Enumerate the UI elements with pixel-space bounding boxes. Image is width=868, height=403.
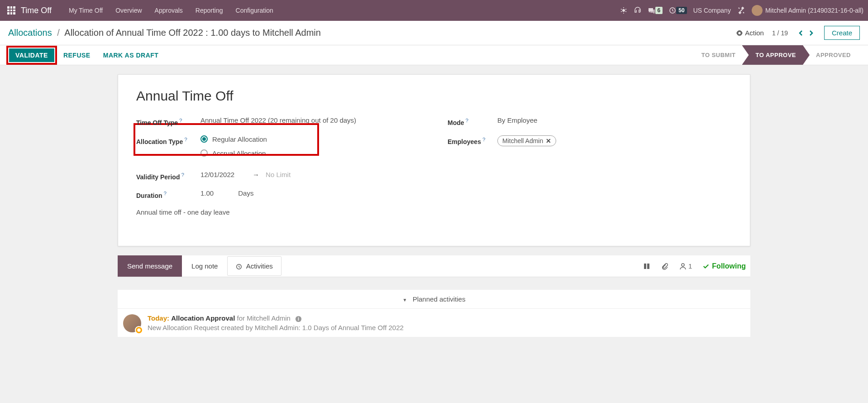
form-title: Annual Time Off bbox=[136, 88, 732, 104]
action-menu[interactable]: Action bbox=[736, 29, 764, 37]
mark-as-draft-button[interactable]: MARK AS DRAFT bbox=[97, 48, 165, 62]
pager-prev-button[interactable] bbox=[796, 26, 806, 39]
button-row: VALIDATE REFUSE MARK AS DRAFT TO SUBMIT … bbox=[0, 45, 868, 65]
validity-to-value[interactable]: No Limit bbox=[266, 171, 291, 178]
chevron-left-icon bbox=[799, 30, 803, 36]
help-icon[interactable]: ? bbox=[164, 190, 167, 196]
refuse-button[interactable]: REFUSE bbox=[57, 48, 97, 62]
help-icon[interactable]: ? bbox=[184, 136, 187, 142]
nav-overview[interactable]: Overview bbox=[109, 7, 148, 14]
chatter-tabs: Send message Log note Activities 1 Follo… bbox=[118, 255, 750, 277]
activity-title[interactable]: Allocation Approval bbox=[171, 314, 235, 322]
validate-button[interactable]: VALIDATE bbox=[9, 48, 54, 62]
status-bar: TO SUBMIT TO APPROVE APPROVED bbox=[691, 45, 862, 65]
user-avatar bbox=[752, 5, 763, 16]
attachment-icon[interactable] bbox=[661, 263, 668, 270]
status-to-submit[interactable]: TO SUBMIT bbox=[691, 45, 747, 65]
nav-my-time-off[interactable]: My Time Off bbox=[62, 7, 109, 14]
app-name[interactable]: Time Off bbox=[21, 6, 52, 15]
breadcrumb: Allocations / Allocation of Annual Time … bbox=[8, 28, 321, 38]
breadcrumb-root[interactable]: Allocations bbox=[8, 28, 52, 38]
allocation-type-label: Allocation Type? bbox=[136, 135, 200, 145]
messages-count: 6 bbox=[655, 7, 663, 14]
clock-icon bbox=[236, 264, 242, 270]
highlight-validate: VALIDATE bbox=[6, 46, 57, 65]
form-sheet: Annual Time Off Time Off Type? Annual Ti… bbox=[118, 74, 750, 246]
clock-count: 50 bbox=[676, 7, 687, 14]
pager-text[interactable]: 1 / 19 bbox=[772, 29, 788, 37]
activity-summary: New Allocation Request created by Mitche… bbox=[148, 324, 732, 331]
create-button[interactable]: Create bbox=[824, 26, 860, 40]
mode-label: Mode? bbox=[448, 116, 497, 126]
breadcrumb-bar: Allocations / Allocation of Annual Time … bbox=[0, 21, 868, 45]
breadcrumb-separator: / bbox=[57, 28, 60, 38]
following-button[interactable]: Following bbox=[703, 262, 746, 270]
svg-point-3 bbox=[682, 264, 684, 266]
book-icon[interactable] bbox=[643, 263, 650, 270]
description-text[interactable]: Annual time off - one day leave bbox=[136, 208, 420, 216]
svg-point-4 bbox=[137, 328, 141, 332]
svg-point-0 bbox=[622, 9, 625, 12]
svg-text:i: i bbox=[298, 317, 299, 321]
help-icon[interactable]: ? bbox=[466, 117, 468, 123]
send-message-tab[interactable]: Send message bbox=[118, 255, 182, 277]
pager-next-button[interactable] bbox=[806, 26, 816, 39]
user-icon bbox=[679, 263, 687, 270]
clock-icon[interactable]: 50 bbox=[669, 7, 687, 14]
chevron-right-icon bbox=[809, 30, 813, 36]
tools-icon[interactable] bbox=[737, 6, 745, 14]
activity-avatar[interactable] bbox=[123, 314, 141, 332]
status-approved[interactable]: APPROVED bbox=[805, 45, 862, 65]
bug-icon[interactable] bbox=[620, 7, 627, 14]
time-off-type-label: Time Off Type? bbox=[136, 116, 200, 126]
right-column: Mode? By Employee Employees? Mitchell Ad… bbox=[448, 116, 732, 216]
activity-type-icon bbox=[135, 326, 143, 334]
activity-assignee: for Mitchell Admin bbox=[237, 314, 291, 322]
planned-activities-toggle[interactable]: Planned activities bbox=[118, 290, 750, 309]
nav-reporting[interactable]: Reporting bbox=[189, 7, 229, 14]
info-icon[interactable]: i bbox=[295, 314, 302, 322]
duration-unit: Days bbox=[238, 189, 253, 197]
log-note-tab[interactable]: Log note bbox=[182, 255, 227, 277]
activity-due: Today: bbox=[148, 314, 169, 322]
company-switcher[interactable]: US Company bbox=[693, 7, 731, 14]
followers-button[interactable]: 1 bbox=[679, 262, 692, 270]
validity-period-label: Validity Period? bbox=[136, 171, 200, 181]
activity-item: Today: Allocation Approval for Mitchell … bbox=[118, 309, 750, 337]
employees-label: Employees? bbox=[448, 135, 497, 145]
help-icon[interactable]: ? bbox=[179, 117, 182, 123]
top-navbar: Time Off My Time Off Overview Approvals … bbox=[0, 0, 868, 21]
employee-tag[interactable]: Mitchell Admin ✕ bbox=[497, 135, 556, 146]
gear-icon bbox=[736, 30, 743, 36]
help-icon[interactable]: ? bbox=[482, 136, 485, 142]
chatter: Send message Log note Activities 1 Follo… bbox=[118, 255, 750, 277]
check-icon bbox=[703, 263, 709, 269]
user-menu[interactable]: Mitchell Admin (21490321-16-0-all) bbox=[752, 5, 863, 16]
tag-remove-icon[interactable]: ✕ bbox=[546, 137, 551, 144]
duration-label: Duration? bbox=[136, 189, 200, 199]
apps-icon[interactable] bbox=[7, 6, 15, 14]
nav-approvals[interactable]: Approvals bbox=[148, 7, 189, 14]
breadcrumb-current: Allocation of Annual Time Off 2022 : 1.0… bbox=[64, 28, 321, 38]
status-to-approve[interactable]: TO APPROVE bbox=[742, 45, 810, 65]
user-name: Mitchell Admin (21490321-16-0-all) bbox=[765, 7, 863, 14]
nav-configuration[interactable]: Configuration bbox=[229, 7, 280, 14]
messages-icon[interactable]: 6 bbox=[648, 7, 663, 14]
support-icon[interactable] bbox=[634, 6, 642, 14]
arrow-right-icon: → bbox=[253, 171, 259, 178]
validity-from-value[interactable]: 12/01/2022 bbox=[200, 171, 234, 178]
mode-value[interactable]: By Employee bbox=[497, 116, 732, 124]
activities-tab[interactable]: Activities bbox=[227, 256, 281, 276]
duration-value[interactable]: 1.00 bbox=[200, 189, 214, 197]
help-icon[interactable]: ? bbox=[181, 172, 184, 178]
